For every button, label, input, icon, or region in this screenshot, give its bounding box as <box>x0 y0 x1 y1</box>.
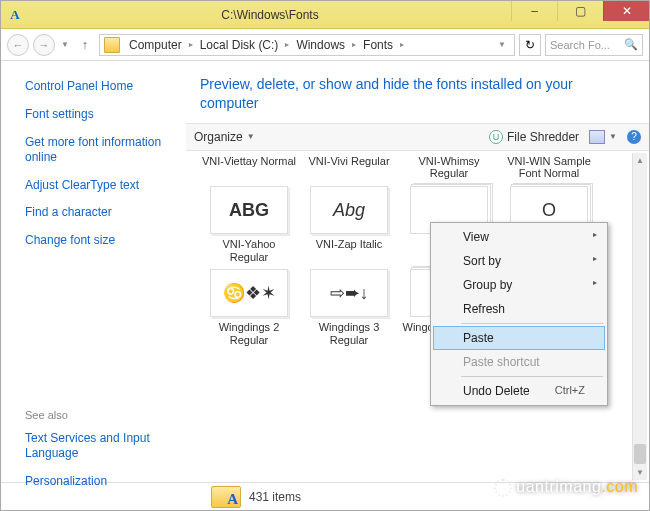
font-item[interactable]: VNI-Vivi Regular <box>302 155 396 180</box>
close-button[interactable]: ✕ <box>603 1 649 21</box>
file-shredder-button[interactable]: U File Shredder <box>489 130 579 144</box>
crumb-sep-icon[interactable]: ▸ <box>398 40 406 49</box>
font-label: VNI-Yahoo Regular <box>202 238 296 263</box>
ctx-group[interactable]: Group by▸ <box>433 273 605 297</box>
forward-button[interactable]: → <box>33 34 55 56</box>
font-preview-tile: Abg <box>310 186 388 234</box>
view-icon <box>589 130 605 144</box>
scroll-thumb[interactable] <box>634 444 646 464</box>
sidebar-link-font-size[interactable]: Change font size <box>25 233 178 249</box>
organize-label: Organize <box>194 130 243 144</box>
shredder-icon: U <box>489 130 503 144</box>
back-button[interactable]: ← <box>7 34 29 56</box>
font-label: VNI-Viettay Normal <box>202 155 296 168</box>
font-preview-tile: ⇨➨↓ <box>310 269 388 317</box>
view-options-button[interactable]: ▼ <box>589 130 617 144</box>
ctx-refresh[interactable]: Refresh <box>433 297 605 321</box>
sidebar-link-more-info[interactable]: Get more font information online <box>25 135 178 166</box>
font-label: Wingdings 2 Regular <box>202 321 296 346</box>
crumb-windows[interactable]: Windows <box>293 38 348 52</box>
font-item[interactable]: VNI-Whimsy Regular <box>402 155 496 180</box>
history-dropdown[interactable]: ▼ <box>59 40 71 49</box>
sidebar-link-text-services[interactable]: Text Services and Input Language <box>25 431 178 462</box>
see-also-label: See also <box>25 409 178 421</box>
shortcut-label: Ctrl+Z <box>555 384 585 396</box>
ctx-view[interactable]: View▸ <box>433 225 605 249</box>
address-bar[interactable]: Computer ▸ Local Disk (C:) ▸ Windows ▸ F… <box>99 34 515 56</box>
ctx-sort[interactable]: Sort by▸ <box>433 249 605 273</box>
vertical-scrollbar[interactable]: ▲ ▼ <box>632 153 647 480</box>
crumb-sep-icon[interactable]: ▸ <box>187 40 195 49</box>
app-icon: A <box>7 7 23 23</box>
sidebar-link-font-settings[interactable]: Font settings <box>25 107 178 123</box>
page-heading: Preview, delete, or show and hide the fo… <box>186 61 649 123</box>
submenu-arrow-icon: ▸ <box>593 278 597 287</box>
ctx-paste-shortcut: Paste shortcut <box>433 350 605 374</box>
toolbar: Organize ▼ U File Shredder ▼ ? <box>186 123 649 151</box>
submenu-arrow-icon: ▸ <box>593 230 597 239</box>
submenu-arrow-icon: ▸ <box>593 254 597 263</box>
ctx-paste[interactable]: Paste <box>433 326 605 350</box>
fonts-folder-icon <box>211 486 241 508</box>
font-item[interactable]: VNI-WIN Sample Font Normal <box>502 155 596 180</box>
up-button[interactable]: ↑ <box>75 35 95 55</box>
font-item[interactable]: VNI-Viettay Normal <box>202 155 296 180</box>
maximize-button[interactable]: ▢ <box>557 1 603 21</box>
scroll-up-button[interactable]: ▲ <box>633 153 647 168</box>
font-preview-tile: ♋❖✶ <box>210 269 288 317</box>
crumb-sep-icon[interactable]: ▸ <box>350 40 358 49</box>
font-label: VNI-WIN Sample Font Normal <box>502 155 596 180</box>
sidebar-link-find-char[interactable]: Find a character <box>25 205 178 221</box>
chevron-down-icon: ▼ <box>247 132 255 141</box>
sidebar-heading[interactable]: Control Panel Home <box>25 79 178 93</box>
menu-separator <box>461 376 603 377</box>
font-item[interactable]: ♋❖✶ Wingdings 2 Regular <box>202 269 296 346</box>
sidebar: Control Panel Home Font settings Get mor… <box>1 61 186 482</box>
navigation-bar: ← → ▼ ↑ Computer ▸ Local Disk (C:) ▸ Win… <box>1 29 649 61</box>
search-input[interactable]: Search Fo... 🔍 <box>545 34 643 56</box>
font-preview-tile: ABG <box>210 186 288 234</box>
item-count: 431 items <box>249 490 301 504</box>
crumb-computer[interactable]: Computer <box>126 38 185 52</box>
window-title: C:\Windows\Fonts <box>29 8 511 22</box>
scroll-down-button[interactable]: ▼ <box>633 465 647 480</box>
menu-separator <box>461 323 603 324</box>
ctx-undo[interactable]: Undo DeleteCtrl+Z <box>433 379 605 403</box>
organize-button[interactable]: Organize ▼ <box>194 130 255 144</box>
font-label: VNI-Whimsy Regular <box>402 155 496 180</box>
crumb-sep-icon[interactable]: ▸ <box>283 40 291 49</box>
font-item[interactable]: ⇨➨↓ Wingdings 3 Regular <box>302 269 396 346</box>
address-dropdown-icon[interactable]: ▼ <box>494 40 510 49</box>
font-item[interactable]: Abg VNI-Zap Italic <box>302 186 396 263</box>
font-label: VNI-Vivi Regular <box>302 155 396 168</box>
font-item[interactable]: ABG VNI-Yahoo Regular <box>202 186 296 263</box>
font-label: VNI-Zap Italic <box>302 238 396 251</box>
help-button[interactable]: ? <box>627 130 641 144</box>
crumb-fonts[interactable]: Fonts <box>360 38 396 52</box>
minimize-button[interactable]: – <box>511 1 557 21</box>
chevron-down-icon: ▼ <box>609 132 617 141</box>
folder-icon <box>104 37 120 53</box>
search-placeholder: Search Fo... <box>550 39 610 51</box>
shredder-label: File Shredder <box>507 130 579 144</box>
crumb-localdisk[interactable]: Local Disk (C:) <box>197 38 282 52</box>
context-menu: View▸ Sort by▸ Group by▸ Refresh Paste P… <box>430 222 608 406</box>
sidebar-link-cleartype[interactable]: Adjust ClearType text <box>25 178 178 194</box>
search-icon: 🔍 <box>624 38 638 51</box>
refresh-button[interactable]: ↻ <box>519 34 541 56</box>
sidebar-link-personalization[interactable]: Personalization <box>25 474 178 490</box>
title-bar: A C:\Windows\Fonts – ▢ ✕ <box>1 1 649 29</box>
font-label: Wingdings 3 Regular <box>302 321 396 346</box>
